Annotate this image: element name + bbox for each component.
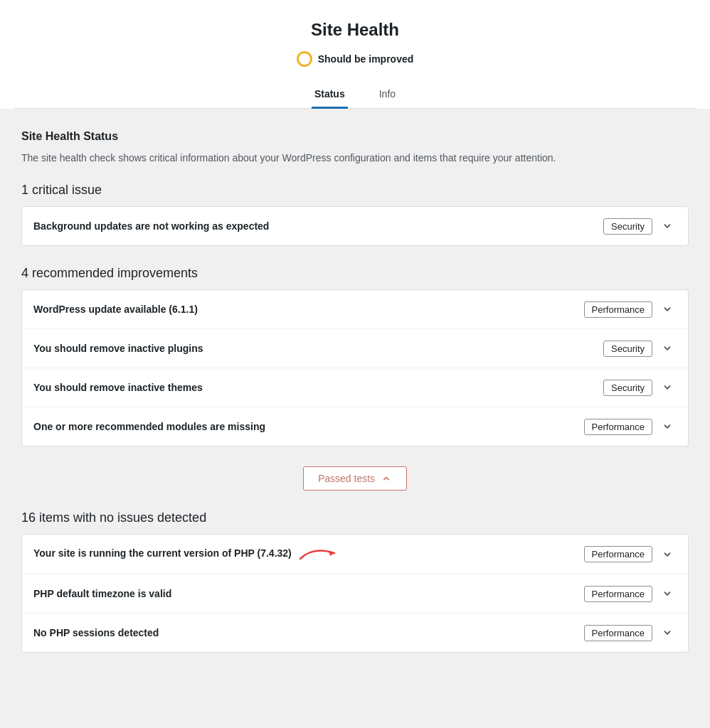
expand-button[interactable]	[658, 545, 677, 564]
chevron-down-icon	[661, 342, 674, 355]
passed-tests-wrapper: Passed tests	[21, 466, 689, 491]
chevron-down-icon	[661, 626, 674, 639]
chevron-down-icon	[661, 587, 674, 600]
critical-issues-list: Background updates are not working as ex…	[21, 206, 689, 246]
passed-tests-button[interactable]: Passed tests	[303, 466, 407, 491]
page-wrapper: Site Health Should be improved Status In…	[0, 0, 710, 694]
tab-status[interactable]: Status	[312, 81, 348, 109]
critical-issues-header: 1 critical issue	[21, 183, 689, 198]
tabs-bar: Status Info	[14, 81, 696, 109]
expand-button[interactable]	[658, 417, 677, 436]
issue-label: WordPress update available (6.1.1)	[33, 304, 584, 315]
table-row: No PHP sessions detected Performance	[22, 614, 688, 652]
status-circle-icon	[297, 51, 312, 67]
no-issues-header: 16 items with no issues detected	[21, 510, 689, 525]
expand-button[interactable]	[658, 339, 677, 358]
issue-right: Security	[603, 217, 677, 235]
chevron-up-icon	[381, 473, 392, 484]
issue-label: You should remove inactive plugins	[33, 343, 603, 354]
tab-info[interactable]: Info	[376, 81, 398, 109]
issue-label: One or more recommended modules are miss…	[33, 421, 584, 432]
issue-right: Performance	[584, 300, 677, 318]
passed-tests-label: Passed tests	[318, 473, 375, 484]
expand-button[interactable]	[658, 300, 677, 318]
status-badge: Performance	[584, 301, 652, 318]
issue-label: No PHP sessions detected	[33, 627, 584, 638]
expand-button[interactable]	[658, 217, 677, 235]
expand-button[interactable]	[658, 378, 677, 397]
no-issues-list: Your site is running the current version…	[21, 534, 689, 653]
chevron-down-icon	[661, 303, 674, 316]
expand-button[interactable]	[658, 584, 677, 603]
chevron-down-icon	[661, 548, 674, 561]
table-row: WordPress update available (6.1.1) Perfo…	[22, 290, 688, 329]
issue-label: PHP default timezone is valid	[33, 588, 584, 599]
recommended-issues-header: 4 recommended improvements	[21, 266, 689, 281]
issue-label: Your site is running the current version…	[33, 545, 584, 564]
chevron-down-icon	[661, 420, 674, 433]
status-text: Should be improved	[318, 53, 414, 65]
chevron-down-icon	[661, 220, 674, 232]
status-indicator: Should be improved	[297, 51, 414, 67]
status-badge: Security	[603, 380, 652, 396]
red-arrow-icon	[299, 545, 341, 562]
section-title: Site Health Status	[21, 130, 689, 143]
table-row: PHP default timezone is valid Performanc…	[22, 574, 688, 614]
issue-label: Background updates are not working as ex…	[33, 220, 603, 232]
header: Site Health Should be improved Status In…	[0, 0, 710, 109]
chevron-down-icon	[661, 381, 674, 394]
issue-label: You should remove inactive themes	[33, 382, 603, 393]
status-badge: Performance	[584, 419, 652, 435]
table-row: One or more recommended modules are miss…	[22, 407, 688, 446]
table-row: Your site is running the current version…	[22, 535, 688, 574]
content-area: Site Health Status The site health check…	[0, 109, 710, 694]
issue-right: Security	[603, 378, 677, 397]
section-description: The site health check shows critical inf…	[21, 150, 689, 166]
status-badge: Performance	[584, 546, 652, 562]
status-badge: Performance	[584, 625, 652, 641]
table-row: You should remove inactive themes Securi…	[22, 368, 688, 407]
issue-right: Performance	[584, 623, 677, 642]
issue-right: Security	[603, 339, 677, 358]
status-badge: Security	[603, 341, 652, 357]
table-row: You should remove inactive plugins Secur…	[22, 329, 688, 368]
expand-button[interactable]	[658, 623, 677, 642]
issue-right: Performance	[584, 417, 677, 436]
issue-right: Performance	[584, 584, 677, 603]
status-badge: Security	[603, 218, 652, 235]
recommended-issues-list: WordPress update available (6.1.1) Perfo…	[21, 289, 689, 446]
table-row: Background updates are not working as ex…	[22, 207, 688, 245]
status-badge: Performance	[584, 586, 652, 602]
red-arrow-annotation	[299, 545, 341, 564]
issue-right: Performance	[584, 545, 677, 564]
page-title: Site Health	[14, 20, 696, 40]
